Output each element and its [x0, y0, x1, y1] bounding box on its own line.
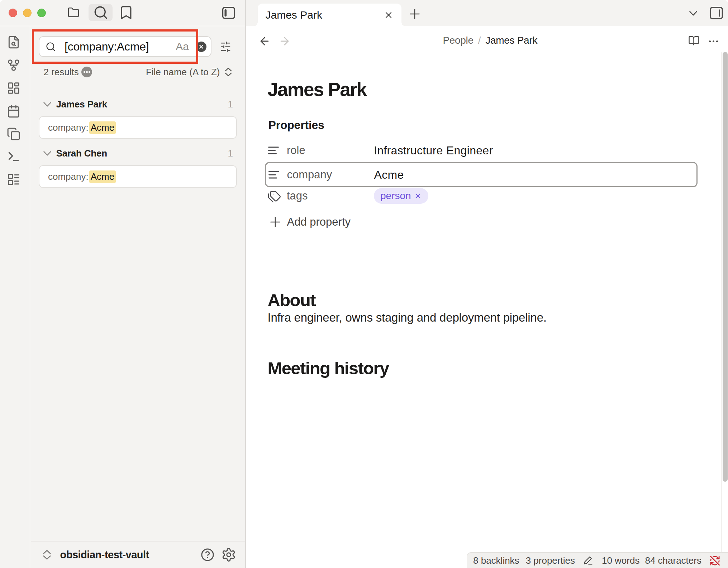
main-area: James Park People / James Park	[246, 0, 728, 568]
search-icon	[93, 5, 108, 20]
sort-order-button[interactable]: File name (A to Z)	[146, 64, 234, 80]
status-bar: 8 backlinks 3 properties 10 words 84 cha…	[467, 552, 728, 568]
match-key: company:	[48, 171, 89, 182]
property-key[interactable]: role	[287, 144, 305, 157]
search-sidebar: [company:Acme] Aa 2 results File name (A…	[31, 26, 246, 568]
tab-list-chevron-icon[interactable]	[687, 8, 699, 19]
tab-corner-left	[254, 23, 258, 26]
chevrons-up-down-icon	[41, 549, 53, 561]
tag-label: person	[380, 190, 411, 202]
properties-heading: Properties	[268, 118, 324, 132]
tab-bar-controls	[687, 0, 725, 26]
sync-error-icon[interactable]	[709, 555, 720, 566]
result-group-count: 1	[228, 148, 233, 159]
meeting-history-heading: Meeting history	[268, 358, 389, 378]
obsidian-window: [company:Acme] Aa 2 results File name (A…	[0, 0, 728, 568]
graph-icon[interactable]	[7, 58, 20, 72]
traffic-lights	[9, 9, 46, 17]
chevrons-up-down-icon	[223, 67, 234, 77]
breadcrumb-folder[interactable]: People	[443, 35, 473, 46]
bookmark-icon[interactable]	[118, 5, 134, 20]
vault-name: obsidian-test-vault	[60, 549, 149, 560]
tab-title: James Park	[266, 9, 322, 21]
match-highlight: Acme	[89, 121, 116, 134]
sort-order-label: File name (A to Z)	[146, 67, 220, 78]
copy-icon[interactable]	[7, 127, 20, 141]
status-backlinks[interactable]: 8 backlinks	[473, 555, 519, 566]
gear-icon	[221, 547, 236, 562]
note-view: People / James Park James Park Propertie…	[246, 26, 728, 568]
chevron-down-icon	[42, 148, 53, 159]
result-group-count: 1	[228, 99, 233, 110]
calendar-icon[interactable]	[7, 105, 20, 118]
help-button[interactable]	[200, 547, 215, 562]
chevron-down-icon	[42, 98, 53, 110]
match-highlight: Acme	[89, 170, 116, 183]
search-info-row: 2 results File name (A to Z)	[44, 64, 234, 80]
terminal-icon[interactable]	[7, 150, 20, 163]
tab-corner-right	[401, 23, 405, 26]
property-value[interactable]: Acme	[374, 168, 404, 181]
property-key[interactable]: company	[287, 168, 332, 181]
property-row-tags[interactable]: tags person	[265, 185, 698, 207]
tab-bar: James Park	[246, 0, 728, 26]
tag-pill[interactable]: person	[374, 188, 428, 204]
vault-switcher[interactable]: obsidian-test-vault	[31, 541, 246, 568]
panel-left-toggle-icon[interactable]	[220, 5, 237, 20]
annotation-red-box	[32, 29, 198, 64]
status-words[interactable]: 10 words	[602, 555, 640, 566]
status-properties[interactable]: 3 properties	[526, 555, 575, 566]
match-key: company:	[48, 122, 89, 133]
folder-icon[interactable]	[67, 6, 80, 19]
align-left-icon	[267, 168, 280, 181]
breadcrumb: People / James Park	[252, 26, 728, 55]
view-header: People / James Park	[246, 26, 728, 55]
ribbon	[0, 26, 30, 568]
sliders-horizontal-icon	[220, 41, 231, 52]
add-property-label: Add property	[287, 216, 351, 228]
property-row-company[interactable]: company Acme	[265, 162, 698, 187]
new-tab-button[interactable]	[409, 8, 420, 20]
layout-list-icon[interactable]	[7, 173, 20, 186]
remove-tag-icon[interactable]	[414, 192, 422, 200]
tab-james-park[interactable]: James Park	[258, 4, 401, 26]
plus-icon	[269, 216, 281, 228]
search-settings-button[interactable]	[214, 35, 237, 58]
more-options-icon[interactable]	[709, 40, 718, 42]
layout-dashboard-icon[interactable]	[7, 81, 20, 95]
minimize-window-button[interactable]	[23, 9, 32, 17]
close-window-button[interactable]	[9, 9, 17, 17]
property-row-role[interactable]: role Infrastructure Engineer	[265, 139, 698, 162]
search-match-row[interactable]: company: Acme	[39, 165, 237, 188]
file-search-icon[interactable]	[7, 35, 20, 49]
add-property-button[interactable]: Add property	[269, 213, 351, 231]
ellipsis-badge-icon[interactable]	[81, 67, 92, 77]
close-icon	[198, 44, 204, 50]
about-paragraph: Infra engineer, owns staging and deploym…	[268, 310, 547, 326]
result-group-sarah-chen[interactable]: Sarah Chen 1	[31, 143, 246, 163]
search-tab-button[interactable]	[89, 4, 113, 21]
settings-button[interactable]	[221, 547, 236, 562]
result-group-title: Sarah Chen	[56, 148, 108, 159]
breadcrumb-note[interactable]: James Park	[485, 35, 537, 46]
property-key[interactable]: tags	[287, 189, 308, 202]
search-match-row[interactable]: company: Acme	[39, 116, 237, 139]
reading-mode-icon[interactable]	[688, 35, 699, 46]
sidebar-main-divider	[245, 0, 246, 568]
scrollbar-track[interactable]	[721, 52, 728, 568]
scrollbar-thumb[interactable]	[723, 52, 728, 482]
status-characters[interactable]: 84 characters	[645, 555, 701, 566]
results-count: 2 results	[44, 64, 92, 80]
property-value[interactable]: Infrastructure Engineer	[374, 144, 493, 157]
panel-right-toggle-icon[interactable]	[708, 5, 725, 21]
close-tab-icon[interactable]	[384, 10, 394, 20]
note-title[interactable]: James Park	[268, 79, 367, 100]
zoom-window-button[interactable]	[37, 9, 46, 17]
pencil-icon	[583, 555, 593, 565]
align-left-icon	[267, 144, 280, 157]
about-heading: About	[268, 290, 316, 310]
help-circle-icon	[200, 547, 215, 562]
results-count-label: 2 results	[44, 67, 79, 78]
breadcrumb-separator: /	[478, 35, 481, 46]
result-group-james-park[interactable]: James Park 1	[31, 94, 246, 114]
